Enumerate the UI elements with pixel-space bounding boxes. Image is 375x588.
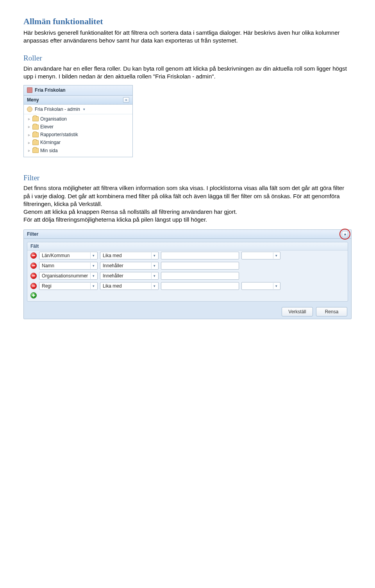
filter-row: Regi ▾ Lika med ▾ ▾ <box>27 281 348 291</box>
chevron-down-icon: ▾ <box>151 252 157 259</box>
folder-icon <box>32 148 39 153</box>
chevron-down-icon: ▾ <box>273 283 279 289</box>
filter-field-value: Län/Kommun <box>42 252 70 259</box>
school-icon <box>27 87 32 93</box>
tree-caret-icon: ▹ <box>27 132 31 138</box>
filter-field-value: Organisationsnummer <box>42 273 88 279</box>
filter-panel-header: Filter ▴ <box>24 230 351 239</box>
filter-operator-value: Lika med <box>103 252 122 259</box>
role-selector[interactable]: Fria Friskolan - admin ▾ <box>24 105 132 114</box>
filter-panel: Filter ▴ Fält Län/Kommun ▾ Lika med ▾ ▾ <box>23 229 352 319</box>
folder-icon <box>32 124 39 130</box>
filter-field-select[interactable]: Regi ▾ <box>39 282 98 290</box>
sidebar-item[interactable]: ▹ Organisation <box>25 115 132 123</box>
filter-add-row <box>27 291 348 300</box>
filter-field-select[interactable]: Organisationsnummer ▾ <box>39 272 98 280</box>
chevron-down-icon: ▾ <box>90 263 96 269</box>
filter-row: Organisationsnummer ▾ Innehåller ▾ <box>27 271 348 281</box>
filter-panel-title: Filter <box>27 231 38 237</box>
sidebar-item-label: Rapporter/statistik <box>40 131 78 138</box>
filter-operator-value: Innehåller <box>103 273 123 279</box>
tree-caret-icon: ▹ <box>27 124 31 130</box>
sidebar-title: Fria Friskolan <box>35 87 66 93</box>
remove-filter-button[interactable] <box>30 263 37 269</box>
filter-field-select[interactable]: Namn ▾ <box>39 262 98 270</box>
paragraph-intro: Här beskrivs generell funktionalitet för… <box>23 29 352 45</box>
chevron-down-icon: ▾ <box>90 273 96 279</box>
filter-group-title: Fält <box>27 242 348 250</box>
clear-filter-button[interactable]: Rensa <box>316 307 347 316</box>
remove-filter-button[interactable] <box>30 273 37 279</box>
filter-field-value: Regi <box>42 283 52 289</box>
sidebar-item-label: Min sida <box>40 147 58 154</box>
sidebar-item-label: Elever <box>40 124 54 130</box>
filter-value-input[interactable] <box>161 282 239 290</box>
chevron-down-icon: ▾ <box>273 252 279 259</box>
paragraph-roller: Din användare har en eller flera roller.… <box>23 65 352 81</box>
sidebar-item[interactable]: ▹ Elever <box>25 123 132 131</box>
filter-value-select[interactable]: ▾ <box>241 252 280 259</box>
folder-icon <box>32 132 39 137</box>
sidebar-item[interactable]: ▹ Min sida <box>25 147 132 155</box>
sidebar-menu-header: Meny « <box>24 96 132 105</box>
sidebar-title-bar: Fria Friskolan <box>24 85 132 95</box>
chevron-down-icon: ▾ <box>151 273 157 279</box>
paragraph-filter: Det finns stora möjligheter att filtrera… <box>23 184 352 224</box>
filter-operator-value: Lika med <box>103 283 122 289</box>
filter-field-value: Namn <box>42 263 54 269</box>
annotation-circle <box>339 229 350 240</box>
chevron-down-icon: ▾ <box>83 107 85 112</box>
role-label: Fria Friskolan - admin <box>35 106 80 112</box>
apply-filter-button[interactable]: Verkställ <box>282 307 313 316</box>
chevron-down-icon: ▾ <box>151 263 157 269</box>
sidebar-screenshot: Fria Friskolan Meny « Fria Friskolan - a… <box>23 85 133 157</box>
filter-group: Fält Län/Kommun ▾ Lika med ▾ ▾ Namn ▾ <box>27 242 348 302</box>
sidebar-item[interactable]: ▹ Körningar <box>25 139 132 146</box>
filter-value-input[interactable] <box>161 252 239 259</box>
filter-value-input[interactable] <box>161 272 239 280</box>
filter-operator-value: Innehåller <box>103 263 123 269</box>
add-filter-button[interactable] <box>30 292 37 298</box>
filter-value-select[interactable]: ▾ <box>241 282 280 290</box>
tree-caret-icon: ▹ <box>27 148 31 153</box>
chevron-down-icon: ▾ <box>90 252 96 259</box>
filter-value-input[interactable] <box>161 262 239 270</box>
user-icon <box>27 107 32 112</box>
filter-operator-select[interactable]: Innehåller ▾ <box>100 272 159 280</box>
folder-icon <box>32 116 39 121</box>
sidebar-item-label: Körningar <box>40 139 61 146</box>
chevron-down-icon: ▾ <box>151 283 157 289</box>
filter-operator-select[interactable]: Lika med ▾ <box>100 282 159 290</box>
filter-operator-select[interactable]: Lika med ▾ <box>100 252 159 259</box>
sidebar-collapse-button[interactable]: « <box>123 97 129 103</box>
heading-filter: Filter <box>23 173 352 183</box>
sidebar-tree: ▹ Organisation ▹ Elever ▹ Rapporter/stat… <box>24 114 132 157</box>
tree-caret-icon: ▹ <box>27 116 31 122</box>
sidebar-menu-label: Meny <box>27 97 39 103</box>
sidebar-item-label: Organisation <box>40 116 67 122</box>
filter-operator-select[interactable]: Innehåller ▾ <box>100 262 159 270</box>
remove-filter-button[interactable] <box>30 252 37 259</box>
sidebar-item[interactable]: ▹ Rapporter/statistik <box>25 131 132 139</box>
filter-field-select[interactable]: Län/Kommun ▾ <box>39 252 98 259</box>
chevron-down-icon: ▾ <box>90 283 96 289</box>
filter-row: Län/Kommun ▾ Lika med ▾ ▾ <box>27 250 348 261</box>
filter-collapse-button[interactable]: ▴ <box>342 231 348 237</box>
filter-buttons: Verkställ Rensa <box>24 305 351 316</box>
tree-caret-icon: ▹ <box>27 140 31 146</box>
heading-roller: Roller <box>23 53 352 63</box>
folder-icon <box>32 140 39 145</box>
filter-row: Namn ▾ Innehåller ▾ <box>27 261 348 271</box>
heading-allman-funktionalitet: Allmän funktionalitet <box>23 16 352 27</box>
remove-filter-button[interactable] <box>30 283 37 289</box>
